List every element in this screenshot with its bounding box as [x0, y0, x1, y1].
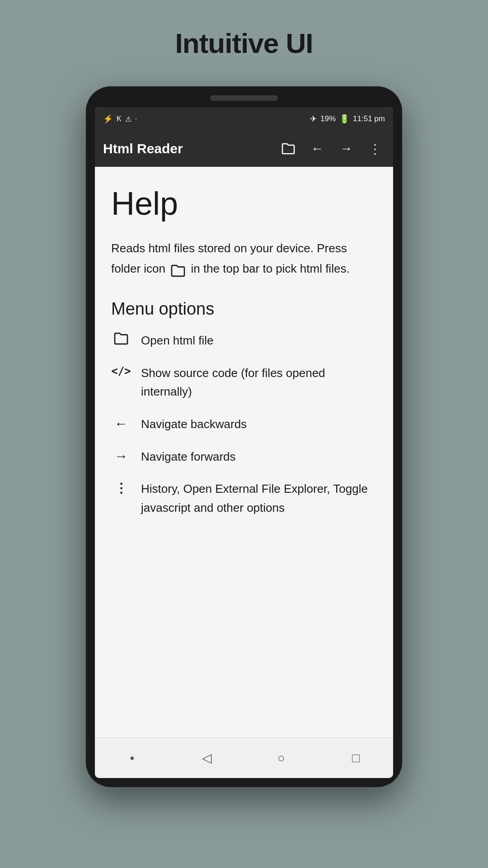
menu-item-forward: → Navigate forwards: [111, 448, 377, 467]
phone-speaker: [210, 95, 278, 101]
dot-icon: ·: [135, 115, 137, 123]
help-description: Reads html files stored on your device. …: [111, 238, 377, 281]
arrow-left-menu-icon: ←: [111, 416, 131, 431]
battery-icon: 🔋: [339, 114, 349, 124]
navigate-forwards-label: Navigate forwards: [141, 448, 236, 467]
app-title: Html Reader: [103, 141, 269, 156]
help-heading: Help: [111, 185, 377, 222]
k-icon: K: [117, 115, 122, 123]
menu-item-open: Open html file: [111, 331, 377, 350]
home-dot-button[interactable]: •: [119, 745, 146, 772]
content-area: Help Reads html files stored on your dev…: [95, 167, 393, 737]
status-left-icons: ⚡ K ⚠ ·: [103, 114, 137, 124]
more-options-button[interactable]: ⋮: [365, 139, 385, 159]
bottom-nav: • ◁ ○ □: [95, 737, 393, 778]
more-vert-menu-icon: ⋮: [111, 481, 131, 495]
navigate-backwards-label: Navigate backwards: [141, 415, 247, 434]
time-display: 11:51 pm: [353, 114, 385, 123]
page-title: Intuitive UI: [175, 27, 313, 59]
source-code-label: Show source code (for files opened inter…: [141, 364, 377, 401]
airplane-icon: ✈: [310, 114, 317, 124]
folder-button[interactable]: [278, 139, 298, 159]
app-toolbar: Html Reader ← → ⋮: [95, 131, 393, 167]
phone-screen: ⚡ K ⚠ · ✈ 19% 🔋 11:51 pm Html Reader ← →: [95, 107, 393, 778]
back-nav-button[interactable]: ◁: [193, 745, 221, 772]
folder-inline-icon: [170, 258, 186, 281]
arrow-right-menu-icon: →: [111, 448, 131, 464]
lightning-icon: ⚡: [103, 114, 113, 124]
recents-nav-button[interactable]: □: [343, 745, 370, 772]
menu-options-heading: Menu options: [111, 299, 377, 319]
menu-item-source: </> Show source code (for files opened i…: [111, 364, 377, 401]
folder-menu-icon: [111, 332, 131, 345]
open-html-label: Open html file: [141, 331, 213, 350]
menu-item-more: ⋮ History, Open External File Explorer, …: [111, 480, 377, 517]
more-options-label: History, Open External File Explorer, To…: [141, 480, 377, 517]
phone-frame: ⚡ K ⚠ · ✈ 19% 🔋 11:51 pm Html Reader ← →: [86, 86, 402, 787]
warning-icon: ⚠: [125, 115, 131, 123]
home-nav-button[interactable]: ○: [268, 745, 295, 772]
back-button[interactable]: ←: [307, 139, 327, 159]
menu-item-back: ← Navigate backwards: [111, 415, 377, 434]
battery-percent: 19%: [320, 114, 336, 123]
status-right-icons: ✈ 19% 🔋 11:51 pm: [310, 114, 385, 124]
code-menu-icon: </>: [111, 365, 131, 377]
status-bar: ⚡ K ⚠ · ✈ 19% 🔋 11:51 pm: [95, 107, 393, 131]
forward-button[interactable]: →: [336, 139, 356, 159]
